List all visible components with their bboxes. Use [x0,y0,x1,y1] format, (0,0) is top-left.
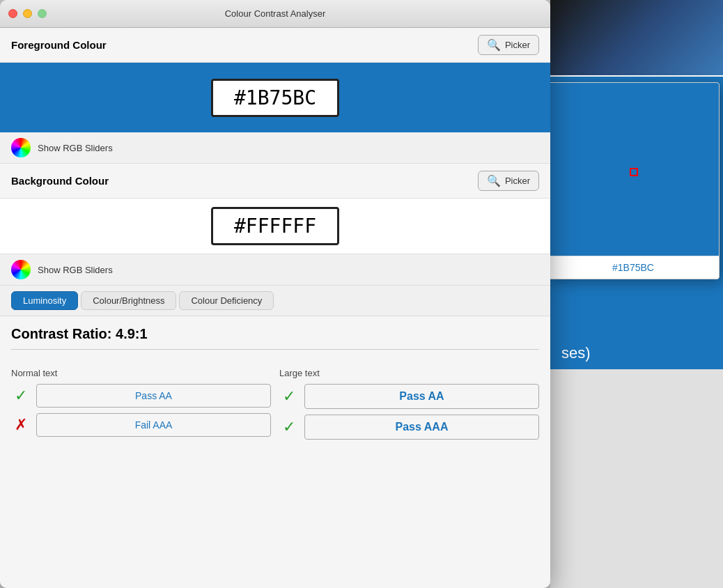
foreground-section: Foreground Colour 🔍 Picker [0,28,550,63]
large-pass-aa-row: ✓ Pass AA [279,384,539,409]
background-section: Background Colour 🔍 Picker [0,164,550,199]
bg-thumbnail [550,0,723,77]
results-grid: Normal text ✓ Pass AA ✗ Fail AAA Large t… [0,362,550,588]
background-rgb-label[interactable]: Show RGB Sliders [38,265,113,275]
background-rgb-row: Show RGB Sliders [0,254,550,286]
large-pass-aaa-check-icon: ✓ [279,418,299,436]
normal-text-label: Normal text [11,368,271,378]
background-picker-label: Picker [505,176,530,186]
picker-canvas[interactable] [547,83,720,256]
foreground-hex-value: #1B75BC [211,79,339,117]
title-bar-buttons [8,9,47,18]
large-text-label: Large text [279,368,539,378]
bg-blue-text: ses) [561,344,591,362]
foreground-label: Foreground Colour [11,39,107,51]
tab-luminosity[interactable]: Luminosity [11,291,78,310]
tab-colour-brightness[interactable]: Colour/Brightness [81,291,176,310]
normal-fail-aaa-box: Fail AAA [36,413,271,437]
background-hex-value: #FFFFFF [211,207,339,245]
contrast-value: 4.9:1 [116,326,148,341]
bg-color-wheel-icon [11,260,31,279]
picker-hex-label: #1B75BC [547,256,719,279]
background-picker-button[interactable]: 🔍 Picker [478,171,539,191]
contrast-section: Contrast Ratio: 4.9:1 [0,316,550,362]
bg-picker-icon: 🔍 [487,174,501,187]
large-text-column: Large text ✓ Pass AA ✓ Pass AAA [279,368,539,574]
minimize-button[interactable] [23,9,32,18]
color-picker-popup: #1B75BC [547,82,720,279]
contrast-label-text: Contrast Ratio: [11,326,111,341]
normal-fail-aaa-row: ✗ Fail AAA [11,413,271,437]
normal-text-column: Normal text ✓ Pass AA ✗ Fail AAA [11,368,271,574]
contrast-ratio-label: Contrast Ratio: 4.9:1 [11,326,148,341]
title-bar: Colour Contrast Analyser [0,0,550,28]
large-pass-aa-box: Pass AA [304,384,539,409]
background-color-preview: #FFFFFF [0,199,550,254]
tab-colour-deficiency[interactable]: Colour Deficiency [179,291,274,310]
foreground-color-preview: #1B75BC [0,63,550,132]
foreground-rgb-label[interactable]: Show RGB Sliders [38,143,113,153]
picker-crosshair [630,168,638,176]
normal-pass-aa-row: ✓ Pass AA [11,384,271,408]
color-wheel-icon [11,138,31,157]
close-button[interactable] [8,9,17,18]
large-pass-aaa-row: ✓ Pass AAA [279,415,539,440]
foreground-picker-label: Picker [505,40,530,50]
large-pass-aaa-box: Pass AAA [304,415,539,440]
divider [11,349,539,350]
picker-icon: 🔍 [487,38,501,52]
foreground-rgb-row: Show RGB Sliders [0,132,550,164]
normal-pass-aa-box: Pass AA [36,384,271,408]
window-title: Colour Contrast Analyser [225,8,326,19]
background-label: Background Colour [11,175,109,187]
tab-bar: Luminosity Colour/Brightness Colour Defi… [0,286,550,316]
normal-fail-aaa-cross-icon: ✗ [11,416,31,434]
foreground-picker-button[interactable]: 🔍 Picker [478,35,539,55]
large-pass-aa-check-icon: ✓ [279,387,299,405]
maximize-button[interactable] [38,9,47,18]
app-window: Colour Contrast Analyser Foreground Colo… [0,0,550,588]
normal-pass-aa-check-icon: ✓ [11,387,31,405]
